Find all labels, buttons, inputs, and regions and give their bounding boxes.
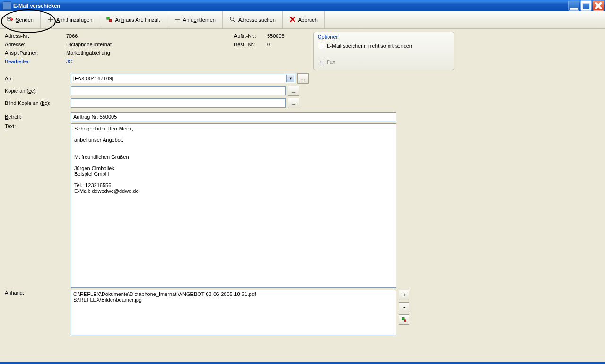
attachment-list[interactable]: C:\REFLEX\Dokumente\Dictaphone_Internati… [71,290,396,335]
search-address-button[interactable]: Adresse suchen [223,11,283,28]
checkbox-fax-row: ✓ Fax [318,58,450,66]
label-order-nr: Auftr.-Nr.: [234,33,267,39]
cc-input[interactable] [71,86,286,95]
plus-icon [47,16,54,24]
label-best-nr: Best.-Nr.: [234,42,267,47]
close-button[interactable] [593,0,604,11]
attachment-article-button[interactable] [399,314,409,325]
body-textarea[interactable] [71,123,396,288]
bottom-border [0,362,605,364]
dropdown-icon[interactable]: ▼ [286,75,294,82]
add-attachment-button[interactable]: Anh.hinzufügen [41,11,99,28]
add-attachment-from-article-button[interactable]: Anh.aus Art. hinzuf. [99,11,167,28]
value-address: Dictaphone Internati [66,42,112,47]
value-contact: Marketingabteilung [66,50,110,56]
attachment-add-button[interactable]: + [399,290,409,300]
value-editor: JC [66,59,72,64]
cc-browse-button[interactable]: ... [288,86,299,96]
label-editor[interactable]: Bearbeiter: [5,59,66,64]
svg-rect-2 [582,1,590,3]
checkbox-save-not-send[interactable] [318,43,324,49]
article-icon [106,16,112,24]
cancel-icon [289,16,296,24]
label-bcc: Blind-Kopie an (bc): [5,100,71,106]
svg-point-6 [230,17,233,20]
svg-rect-0 [570,8,578,9]
window-title: E-Mail verschicken [13,3,568,9]
send-button[interactable]: Senden [0,11,41,28]
label-subject: Betreff: [5,114,71,120]
label-address-nr: Adress-Nr.: [5,33,66,39]
cancel-button[interactable]: Abbruch [283,11,325,28]
to-value: [FAX:004167169] [73,76,113,81]
svg-rect-7 [402,318,404,320]
svg-rect-4 [107,17,109,19]
send-icon [7,16,13,24]
checkbox-save-not-send-label: E-Mail speichern, nicht sofort senden [327,43,412,49]
svg-rect-8 [404,320,406,321]
bcc-input[interactable] [71,98,286,108]
search-address-label: Adresse suchen [238,17,276,23]
to-browse-button[interactable]: ... [297,73,309,84]
options-legend: Optionen [318,34,450,40]
search-icon [229,16,236,24]
remove-attachment-button[interactable]: Anh.entfernen [167,11,223,28]
cancel-label: Abbruch [298,17,318,23]
attachment-remove-button[interactable]: - [399,302,409,312]
options-group: Optionen E-Mail speichern, nicht sofort … [313,32,454,70]
label-attachments: Anhang: [5,290,71,295]
checkbox-save-not-send-row[interactable]: E-Mail speichern, nicht sofort senden [318,42,450,50]
app-icon [3,1,11,10]
content: Adress-Nr.: 7066 Adresse: Dictaphone Int… [0,29,605,339]
minimize-button[interactable] [568,0,579,11]
minus-icon [174,16,181,24]
to-combobox[interactable]: [FAX:004167169] ▼ [71,74,295,83]
titlebar: E-Mail verschicken [0,0,605,11]
checkbox-fax-label: Fax [327,59,335,65]
label-contact: Anspr.Partner: [5,50,66,56]
label-text: Text: [5,123,71,129]
label-cc: Kopie an (cc): [5,88,71,94]
label-address: Adresse: [5,42,66,47]
label-to: An: [5,76,71,81]
svg-rect-5 [109,19,112,22]
maximize-button[interactable] [580,0,592,11]
subject-input[interactable] [71,112,396,121]
bcc-browse-button[interactable]: ... [288,98,299,108]
value-order-nr: 550005 [267,33,285,39]
checkbox-fax: ✓ [318,59,324,65]
value-best-nr: 0 [267,42,270,47]
value-address-nr: 7066 [66,33,78,39]
toolbar: Senden Anh.hinzufügen Anh.aus Art. hinzu… [0,11,605,29]
